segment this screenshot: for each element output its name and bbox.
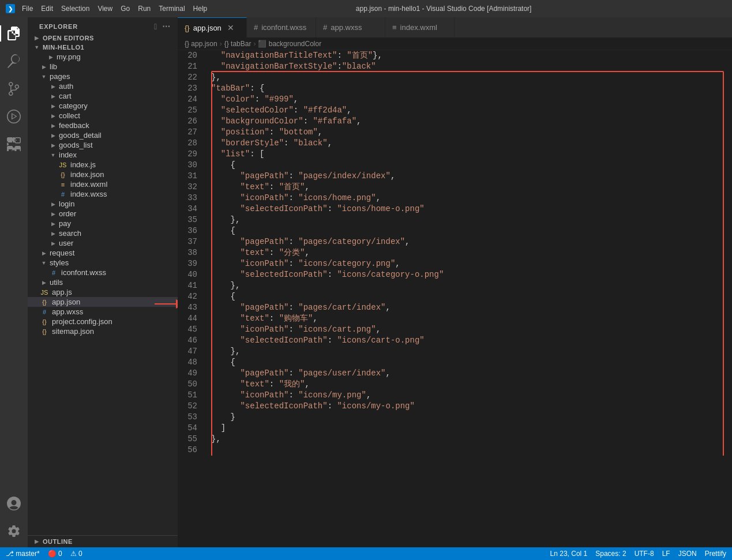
file-index-json[interactable]: {} index.json [28,170,178,179]
tab-app-json-close[interactable]: ✕ [227,23,234,32]
folder-pages[interactable]: pages [28,72,178,81]
titlebar-title: app.json - min-hello1 - Visual Studio Co… [356,5,532,13]
table-row: 39 "iconPath": "icons/category.png", [178,258,732,269]
folder-login[interactable]: login [28,199,178,209]
table-row: 56 [178,445,732,456]
table-row: 27 "position": "bottom", [178,127,732,138]
menu-edit[interactable]: Edit [41,5,53,13]
file-index-js[interactable]: JS index.js [28,160,178,170]
menu-terminal[interactable]: Terminal [159,5,185,13]
folder-utils[interactable]: utils [28,277,178,287]
tab-app-json-label: app.json [193,24,222,32]
breadcrumb-file[interactable]: {} app.json [185,40,217,48]
login-chevron [48,201,58,207]
activity-bar [0,17,28,547]
table-row: 37 "pagePath": "pages/category/index", [178,236,732,247]
breadcrumb-sep1: › [220,40,222,48]
folder-request[interactable]: request [28,248,178,258]
breadcrumb-sep2: › [253,40,256,48]
breadcrumb-tabbar[interactable]: {} tabBar [224,40,251,48]
folder-cart[interactable]: cart [28,91,178,101]
folder-search[interactable]: search [28,228,178,238]
file-index-wxml[interactable]: ≡ index.wxml [28,179,178,189]
folder-order[interactable]: order [28,209,178,219]
activity-search[interactable] [0,47,28,75]
status-line-ending[interactable]: LF [662,550,670,558]
table-row: 25 "selectedColor": "#ff2d4a", [178,105,732,116]
status-branch[interactable]: ⎇ master* [6,550,40,558]
table-row: 53 } [178,412,732,423]
outline-header[interactable]: OUTLINE [28,536,178,547]
table-row: 47 }, [178,346,732,357]
pay-chevron [48,221,58,227]
table-row: 35 }, [178,215,732,225]
file-chevron: ▶ [46,54,55,60]
folder-auth[interactable]: auth [28,81,178,91]
tab-index-wxml[interactable]: ≡ index.wxml [385,17,455,37]
file-my-png[interactable]: ▶ my.png [28,52,178,62]
project-section[interactable]: MIN-HELLO1 [28,43,178,52]
activity-settings[interactable] [0,517,28,545]
table-row: 30 { [178,160,732,171]
status-spaces[interactable]: Spaces: 2 [595,550,626,558]
tab-app-wxss[interactable]: # app.wxss [316,17,385,37]
activity-extensions[interactable] [0,130,28,158]
folder-index[interactable]: index [28,150,178,160]
breadcrumb-bgcolor[interactable]: ⬛ backgroundColor [258,40,321,48]
project-chevron [32,44,42,50]
new-folder-icon[interactable]: ⋯ [162,22,171,31]
sidebar-header-icons:  ⋯ [154,22,171,31]
folder-category[interactable]: category [28,101,178,111]
status-encoding[interactable]: UTF-8 [635,550,654,558]
menu-help[interactable]: Help [193,5,208,13]
folder-collect[interactable]: collect [28,111,178,121]
open-editors-chevron [32,35,42,41]
index-chevron [48,152,58,158]
menu-run[interactable]: Run [138,5,151,13]
table-row: 23 "tabBar": { [178,83,732,94]
table-row: 49 "pagePath": "pages/user/index", [178,368,732,379]
status-cursor[interactable]: Ln 23, Col 1 [550,550,588,558]
status-errors[interactable]: 🔴 0 [48,550,62,558]
folder-feedback[interactable]: feedback [28,121,178,130]
table-row: 52 "selectedIconPath": "icons/my-o.png" [178,401,732,412]
table-row: 36 { [178,225,732,236]
tab-app-json[interactable]: {} app.json ✕ [178,17,247,37]
table-row: 22 }, [178,72,732,83]
file-app-js[interactable]: JS app.js [28,287,178,297]
table-row: 29 "list": [ [178,149,732,160]
table-row: 48 { [178,357,732,368]
folder-goods-detail[interactable]: goods_detail [28,130,178,140]
menu-go[interactable]: Go [121,5,130,13]
activity-run[interactable] [0,103,28,130]
menu-selection[interactable]: Selection [61,5,89,13]
file-app-wxss[interactable]: # app.wxss [28,307,178,317]
tab-index-wxml-label: index.wxml [400,23,437,32]
table-row: 40 "selectedIconPath": "icons/category-o… [178,269,732,280]
open-editors-section[interactable]: OPEN EDITORS [28,33,178,43]
code-editor[interactable]: 20 "navigationBarTitleText": "首页"}, 21 "… [178,50,732,456]
new-file-icon[interactable]:  [154,22,157,31]
category-chevron [48,103,58,109]
folder-styles[interactable]: styles [28,258,178,268]
styles-chevron [39,260,48,266]
file-iconfont-wxss[interactable]: # iconfont.wxss [28,268,178,277]
file-index-wxss[interactable]: # index.wxss [28,189,178,199]
status-language[interactable]: JSON [678,550,697,558]
status-warnings[interactable]: ⚠ 0 [70,550,82,558]
status-bar: ⎇ master* 🔴 0 ⚠ 0 Ln 23, Col 1 Spaces: 2… [0,547,732,560]
file-project-config[interactable]: {} project.config.json [28,317,178,326]
file-sitemap-json[interactable]: {} sitemap.json [28,326,178,336]
activity-account[interactable] [0,490,28,517]
folder-goods-list[interactable]: goods_list [28,140,178,150]
folder-user[interactable]: user [28,238,178,248]
file-app-json[interactable]: {} app.json [28,297,178,307]
status-prettify[interactable]: Prettify [705,550,726,558]
folder-pay[interactable]: pay [28,219,178,228]
activity-explorer[interactable] [0,20,28,47]
tab-iconfont-wxss[interactable]: # iconfont.wxss [247,17,316,37]
activity-source-control[interactable] [0,75,28,103]
menu-view[interactable]: View [97,5,112,13]
menu-file[interactable]: File [22,5,33,13]
folder-lib[interactable]: lib [28,62,178,72]
